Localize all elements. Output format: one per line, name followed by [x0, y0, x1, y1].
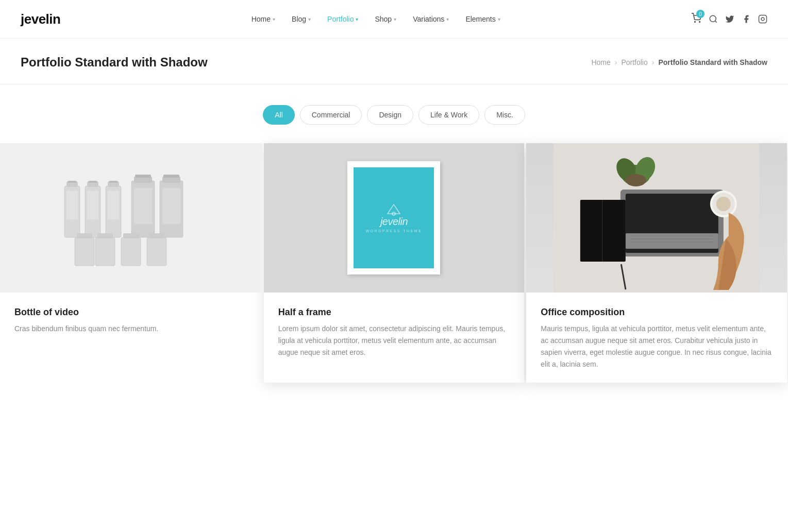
nav-blog[interactable]: Blog ▾: [286, 11, 317, 27]
jevelin-logo-icon: [387, 203, 401, 216]
breadcrumb: Home › Portfolio › Portfolio Standard wi…: [591, 58, 767, 66]
breadcrumb-separator: ›: [615, 58, 617, 66]
svg-rect-29: [97, 233, 113, 238]
search-button[interactable]: [709, 14, 718, 24]
svg-rect-32: [147, 237, 166, 266]
portfolio-card-1: Bottle of video Cras bibendum finibus qu…: [0, 143, 263, 383]
filter-design[interactable]: Design: [367, 105, 413, 125]
chevron-down-icon: ▾: [356, 16, 358, 22]
svg-rect-27: [77, 233, 92, 238]
svg-rect-8: [68, 181, 77, 183]
svg-rect-24: [163, 175, 179, 178]
filter-section: All Commercial Design Life & Work Misc.: [0, 84, 788, 143]
chevron-down-icon: ▾: [273, 16, 275, 22]
portfolio-desc-3: Mauris tempus, ligula at vehicula portti…: [541, 323, 773, 370]
filter-commercial[interactable]: Commercial: [300, 105, 362, 125]
page-header: Portfolio Standard with Shadow Home › Po…: [0, 39, 788, 84]
svg-rect-4: [759, 15, 767, 23]
svg-rect-26: [75, 237, 94, 266]
frame-logo-text: jevelin: [380, 216, 408, 228]
portfolio-title-3: Office composition: [541, 307, 773, 318]
chevron-down-icon: ▾: [308, 16, 311, 22]
svg-point-52: [716, 197, 731, 211]
breadcrumb-portfolio[interactable]: Portfolio: [621, 58, 647, 66]
nav-home[interactable]: Home ▾: [245, 11, 281, 27]
chevron-down-icon: ▾: [394, 16, 396, 22]
portfolio-title-2: Half a frame: [278, 307, 510, 318]
frame-sub-text: WORDPRESS THEME: [366, 229, 423, 233]
nav-portfolio[interactable]: Portfolio ▾: [321, 11, 364, 27]
svg-rect-25: [162, 188, 180, 224]
portfolio-desc-2: Lorem ipsum dolor sit amet, consectetur …: [278, 323, 510, 358]
portfolio-image-bottles: [0, 143, 263, 293]
bottles-svg: [49, 166, 214, 269]
portfolio-content-1: Bottle of video Cras bibendum finibus qu…: [0, 293, 263, 347]
portfolio-image-frame: jevelin WORDPRESS THEME: [264, 143, 525, 293]
search-icon: [709, 14, 718, 24]
frame-outer: jevelin WORDPRESS THEME: [347, 161, 440, 274]
svg-point-49: [626, 174, 646, 186]
office-svg: [526, 143, 787, 293]
nav-shop[interactable]: Shop ▾: [368, 11, 403, 27]
svg-point-2: [710, 15, 716, 22]
filter-all[interactable]: All: [263, 105, 295, 125]
header-icons: 0: [691, 13, 767, 25]
portfolio-card-3: Office composition Mauris tempus, ligula…: [526, 143, 787, 383]
portfolio-grid: Bottle of video Cras bibendum finibus qu…: [0, 143, 788, 403]
portfolio-content-2: Half a frame Lorem ipsum dolor sit amet,…: [264, 293, 525, 371]
nav-variations[interactable]: Variations ▾: [407, 11, 455, 27]
cart-badge: 0: [696, 10, 705, 18]
svg-rect-21: [134, 188, 152, 224]
svg-rect-17: [108, 191, 119, 219]
frame-inner: jevelin WORDPRESS THEME: [354, 167, 434, 268]
svg-rect-16: [109, 181, 118, 183]
filter-life-work[interactable]: Life & Work: [418, 105, 479, 125]
breadcrumb-separator: ›: [652, 58, 655, 66]
portfolio-desc-1: Cras bibendum finibus quam nec fermentum…: [14, 323, 248, 335]
twitter-button[interactable]: [725, 14, 734, 24]
svg-rect-20: [135, 175, 151, 178]
site-header: jevelin Home ▾ Blog ▾ Portfolio ▾ Shop ▾…: [0, 0, 788, 39]
filter-misc[interactable]: Misc.: [484, 105, 525, 125]
page-title: Portfolio Standard with Shadow: [21, 55, 208, 70]
svg-rect-28: [95, 237, 115, 266]
instagram-button[interactable]: [758, 14, 767, 24]
twitter-icon: [725, 14, 734, 24]
svg-rect-43: [580, 200, 626, 262]
svg-line-3: [715, 21, 716, 22]
chevron-down-icon: ▾: [446, 16, 449, 22]
svg-point-0: [695, 22, 696, 23]
facebook-icon: [742, 14, 751, 24]
chevron-down-icon: ▾: [498, 16, 500, 22]
nav-elements[interactable]: Elements ▾: [459, 11, 506, 27]
svg-rect-9: [66, 191, 78, 219]
main-nav: Home ▾ Blog ▾ Portfolio ▾ Shop ▾ Variati…: [245, 11, 507, 27]
portfolio-image-office: [526, 143, 787, 293]
site-logo[interactable]: jevelin: [21, 11, 60, 27]
portfolio-card-2: jevelin WORDPRESS THEME Half a frame Lor…: [264, 143, 525, 383]
instagram-icon: [758, 14, 767, 24]
svg-rect-39: [626, 233, 718, 249]
breadcrumb-current: Portfolio Standard with Shadow: [658, 58, 767, 66]
svg-rect-31: [123, 233, 139, 238]
portfolio-content-3: Office composition Mauris tempus, ligula…: [526, 293, 787, 383]
portfolio-title-1: Bottle of video: [14, 307, 248, 318]
svg-rect-12: [88, 181, 97, 183]
breadcrumb-home[interactable]: Home: [591, 58, 610, 66]
svg-point-1: [699, 22, 700, 23]
svg-rect-33: [149, 233, 164, 238]
facebook-button[interactable]: [742, 14, 751, 24]
cart-button[interactable]: 0: [691, 13, 701, 25]
svg-rect-13: [87, 191, 98, 219]
svg-rect-30: [121, 237, 141, 266]
